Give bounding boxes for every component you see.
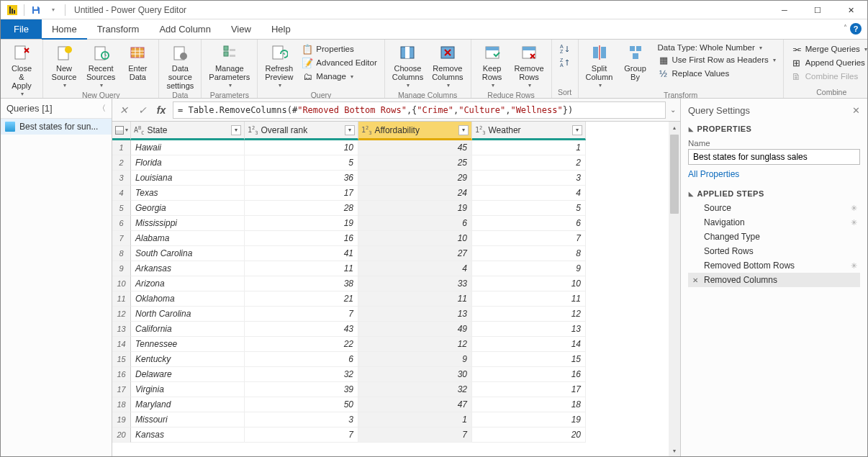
advanced-editor-button[interactable]: 📝Advanced Editor xyxy=(300,56,378,69)
minimize-button[interactable]: ─ xyxy=(768,1,801,19)
column-header-afford[interactable]: 123Affordability▾ xyxy=(358,122,472,140)
applied-steps-section[interactable]: APPLIED STEPS xyxy=(688,189,860,198)
choose-columns-button[interactable]: Choose Columns xyxy=(388,41,428,90)
cell[interactable]: Missouri xyxy=(131,412,245,427)
row-header[interactable]: 2 xyxy=(112,155,131,171)
cell[interactable]: Texas xyxy=(131,186,245,201)
append-queries-button[interactable]: ⊞Append Queries xyxy=(790,56,868,69)
cell[interactable]: 19 xyxy=(358,201,472,216)
sort-asc-button[interactable]: AZ xyxy=(558,42,572,55)
row-header[interactable]: 4 xyxy=(112,186,131,201)
cell[interactable]: 14 xyxy=(472,337,586,352)
cell[interactable]: Kansas xyxy=(131,427,245,443)
cell[interactable]: 5 xyxy=(472,201,586,216)
row-header[interactable]: 13 xyxy=(112,322,131,337)
cell[interactable]: 43 xyxy=(245,322,358,337)
formula-input[interactable]: = Table.RemoveColumns(#"Removed Bottom R… xyxy=(173,101,666,119)
cell[interactable]: 16 xyxy=(245,231,358,246)
cell[interactable]: 18 xyxy=(472,397,586,412)
cell[interactable]: 27 xyxy=(358,246,472,261)
query-item[interactable]: Best states for sun... xyxy=(1,119,112,135)
cell[interactable]: 17 xyxy=(472,382,586,397)
menu-transform[interactable]: Transform xyxy=(87,19,150,39)
column-header-overall[interactable]: 123Overall rank▾ xyxy=(245,122,358,140)
cell[interactable]: 4 xyxy=(472,186,586,201)
cell[interactable]: 13 xyxy=(358,307,472,322)
cell[interactable]: 13 xyxy=(472,322,586,337)
column-filter-icon[interactable]: ▾ xyxy=(572,125,582,135)
cell[interactable]: 29 xyxy=(358,171,472,186)
refresh-preview-button[interactable]: Refresh Preview xyxy=(261,41,297,90)
cell[interactable]: 12 xyxy=(472,307,586,322)
collapse-ribbon-icon[interactable]: ˄ xyxy=(844,24,847,32)
column-filter-icon[interactable]: ▾ xyxy=(231,125,241,135)
cell[interactable]: 11 xyxy=(472,291,586,307)
expand-formula-icon[interactable]: ⌄ xyxy=(670,106,676,114)
row-header[interactable]: 12 xyxy=(112,307,131,322)
manage-button[interactable]: 🗂Manage xyxy=(300,70,378,83)
accept-formula-icon[interactable]: ✓ xyxy=(135,103,150,117)
cell[interactable]: 6 xyxy=(245,352,358,367)
close-apply-button[interactable]: Close & Apply xyxy=(4,41,40,99)
row-header[interactable]: 18 xyxy=(112,397,131,412)
cell[interactable]: 8 xyxy=(472,246,586,261)
row-header[interactable]: 8 xyxy=(112,246,131,261)
cell[interactable]: 6 xyxy=(358,216,472,231)
replace-values-button[interactable]: ½Replace Values xyxy=(656,67,777,80)
cell[interactable]: 39 xyxy=(245,382,358,397)
datatype-icon[interactable]: 123 xyxy=(361,126,371,134)
cell[interactable]: Kentucky xyxy=(131,352,245,367)
row-header[interactable]: 9 xyxy=(112,261,131,276)
close-settings-icon[interactable]: ✕ xyxy=(852,105,860,116)
cell[interactable]: 33 xyxy=(358,276,472,291)
row-header[interactable]: 15 xyxy=(112,352,131,367)
cell[interactable]: Hawaii xyxy=(131,140,245,155)
cell[interactable]: 10 xyxy=(245,140,358,155)
enter-data-button[interactable]: Enter Data xyxy=(119,41,155,81)
qat-dropdown-icon[interactable]: ▾ xyxy=(48,4,59,16)
first-row-headers-button[interactable]: ▦Use First Row as Headers xyxy=(656,53,777,66)
cell[interactable]: Virginia xyxy=(131,382,245,397)
applied-step[interactable]: Removed Columns xyxy=(688,273,860,287)
applied-step[interactable]: Source✳ xyxy=(688,201,860,215)
scroll-thumb[interactable] xyxy=(670,135,679,214)
cell[interactable]: 5 xyxy=(245,155,358,171)
menu-help[interactable]: Help xyxy=(261,19,301,39)
cell[interactable]: 1 xyxy=(472,140,586,155)
column-filter-icon[interactable]: ▾ xyxy=(458,125,469,135)
menu-view[interactable]: View xyxy=(221,19,261,39)
cell[interactable]: 28 xyxy=(245,201,358,216)
cell[interactable]: 7 xyxy=(245,307,358,322)
cell[interactable]: 12 xyxy=(358,337,472,352)
column-header-state[interactable]: ABCState▾ xyxy=(131,122,245,140)
datatype-icon[interactable]: 123 xyxy=(248,126,258,134)
cell[interactable]: 3 xyxy=(245,412,358,427)
cell[interactable]: Tennessee xyxy=(131,337,245,352)
cell[interactable]: California xyxy=(131,322,245,337)
cell[interactable]: 7 xyxy=(245,427,358,443)
menu-file[interactable]: File xyxy=(1,19,42,39)
row-header[interactable]: 16 xyxy=(112,367,131,382)
cell[interactable]: Maryland xyxy=(131,397,245,412)
split-column-button[interactable]: Split Column xyxy=(582,41,618,90)
cell[interactable]: 41 xyxy=(245,246,358,261)
cell[interactable]: Oklahoma xyxy=(131,291,245,307)
gear-icon[interactable]: ✳ xyxy=(851,204,857,213)
cell[interactable]: 36 xyxy=(245,171,358,186)
cell[interactable]: 32 xyxy=(358,382,472,397)
cell[interactable]: Arkansas xyxy=(131,261,245,276)
cell[interactable]: 6 xyxy=(472,216,586,231)
save-icon[interactable] xyxy=(30,4,42,16)
gear-icon[interactable]: ✳ xyxy=(851,261,857,271)
merge-queries-button[interactable]: ⫘Merge Queries xyxy=(790,42,868,55)
row-header[interactable]: 10 xyxy=(112,276,131,291)
row-header[interactable]: 14 xyxy=(112,337,131,352)
datatype-icon[interactable]: ABC xyxy=(134,126,144,134)
properties-button[interactable]: 📋Properties xyxy=(300,42,378,55)
cell[interactable]: 2 xyxy=(472,155,586,171)
cell[interactable]: 7 xyxy=(358,427,472,443)
query-name-input[interactable] xyxy=(688,149,860,165)
cell[interactable]: 10 xyxy=(472,276,586,291)
cell[interactable]: Mississippi xyxy=(131,216,245,231)
cell[interactable]: South Carolina xyxy=(131,246,245,261)
